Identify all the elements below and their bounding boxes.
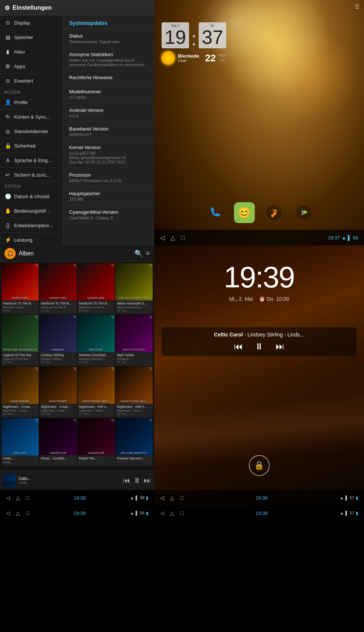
player-controls: ⏮ ⏸ ⏭ bbox=[123, 476, 151, 485]
detail-status-sub: Telefonnummer, Signal usw. bbox=[69, 39, 148, 44]
dock-phone[interactable] bbox=[204, 202, 225, 223]
music-menu-icon[interactable]: ≡ bbox=[146, 249, 150, 257]
time-right: 37 bbox=[202, 26, 223, 48]
bl-back-btn[interactable]: ◁ bbox=[6, 510, 10, 516]
album-massive[interactable]: MASSIVE Massive (Hardstyl... Massive (Ha… bbox=[78, 315, 115, 366]
lock-pause-btn[interactable]: ⏸ bbox=[255, 341, 264, 352]
weather-widget: Mai 2 19 : Mi. 37 Bleckede Clear 22 H:21… bbox=[162, 22, 227, 65]
nav-item-display[interactable]: ⊙ Display bbox=[0, 16, 63, 30]
album-mylo[interactable]: MYLO XYLOTO Mylo Xyloto Coldplay 17 Tite… bbox=[116, 315, 153, 366]
lock-back-btn[interactable]: ◁ bbox=[160, 495, 164, 501]
album-dark1[interactable]: UNGEFLOR Pisse... Azorbla... bbox=[39, 418, 77, 466]
album-art-nightmare4: NIGHTMARE HELL bbox=[116, 367, 153, 404]
album-dark2[interactable]: UNGEFLOR Raisin' Ra... bbox=[78, 418, 115, 466]
nav-item-konten[interactable]: ↻ Konten & Sync... bbox=[0, 110, 63, 124]
home-status-time: 19:37 bbox=[328, 235, 340, 241]
nav-item-leistung[interactable]: ⚡ Leistung bbox=[0, 233, 63, 245]
home-recent-btn[interactable]: □ bbox=[181, 234, 185, 241]
dock-messenger[interactable]: 😊 bbox=[234, 202, 255, 223]
pause-button[interactable]: ⏸ bbox=[133, 476, 141, 485]
next-button[interactable]: ⏭ bbox=[144, 476, 151, 485]
music-back-btn[interactable]: ◁ bbox=[6, 495, 10, 501]
album-hardcore3[interactable]: HARDCORE Hardcore To The B... Hardcore T… bbox=[78, 263, 115, 314]
album-artist-nm3: Nightmare - Hell A... bbox=[79, 409, 113, 412]
lock-unlock-button[interactable]: 🔒 bbox=[249, 455, 270, 476]
album-second[interactable]: SECOND IDENTITY Present Second I... bbox=[116, 418, 153, 466]
album-info-hardcore3: Hardcore To The B... Hardcore To The B..… bbox=[78, 300, 115, 314]
home-screen: ⠿ Mai 2 19 : Mi. 37 Bleckede Clear 22 H:… bbox=[154, 0, 364, 245]
time-left: 19 bbox=[165, 26, 186, 48]
album-lindsay[interactable]: LINDSEY Lindsay Stirling Lindsey Stirlin… bbox=[39, 315, 77, 366]
music-recent-btn[interactable]: □ bbox=[26, 495, 29, 501]
nav-item-speicher[interactable]: ▤ Speicher bbox=[0, 30, 63, 45]
music-album-grid: HARDCORE Hardcore To The B... Meccano Tw… bbox=[0, 262, 154, 471]
nav-item-entwickler[interactable]: {} Entwickleroption... bbox=[0, 218, 63, 233]
home-nav-buttons: ◁ △ □ bbox=[160, 234, 185, 241]
album-nightmare4[interactable]: NIGHTMARE HELL Nightmare - Hell A... Nig… bbox=[116, 367, 153, 417]
album-owlcity[interactable]: OWL CITY Celtic... Linds... bbox=[1, 418, 39, 466]
detail-item-speicher: Hauptspeicher 370 MB bbox=[63, 187, 154, 206]
album-info-hardcore2: Hardcore To The B... Hardcore To The B..… bbox=[39, 300, 77, 314]
weather-time-row: Mai 2 19 : Mi. 37 bbox=[162, 22, 227, 48]
album-info-nm3: Nightmare - Hell A... Nightmare - Hell A… bbox=[78, 404, 115, 417]
album-count-hc3: 16 Titel bbox=[79, 309, 113, 312]
settings-nav: ⊙ Display ▤ Speicher ▮ Akku ⊞ Apps ⊙ Erw… bbox=[0, 16, 63, 245]
br-recent-btn[interactable]: □ bbox=[180, 510, 183, 516]
lock-status-icons: ▲ ▌ 57 ▮ bbox=[340, 496, 358, 500]
detail-cyanogen-sub: CyanTablet 9 - Galaxy S bbox=[69, 216, 148, 220]
lock-prev-btn[interactable]: ⏮ bbox=[234, 341, 243, 352]
leistung-icon: ⚡ bbox=[4, 236, 11, 243]
home-home-btn[interactable]: △ bbox=[170, 234, 175, 241]
br-home-btn[interactable]: △ bbox=[170, 510, 174, 516]
detail-item-status[interactable]: Status Telefonnummer, Signal usw. bbox=[63, 29, 154, 48]
weather-city: Bleckede bbox=[178, 53, 199, 59]
nav-item-bedienung[interactable]: ✋ Bedienungshilf... bbox=[0, 204, 63, 218]
album-nightmare3[interactable]: NIGHTMARE HELL Nightmare - Hell A... Nig… bbox=[78, 367, 115, 417]
album-hardcore1[interactable]: HARDCORE Hardcore To The B... Meccano Tw… bbox=[1, 263, 39, 314]
music-nav-buttons: ◁ △ □ bbox=[6, 495, 29, 501]
dock-play-store[interactable] bbox=[293, 202, 314, 223]
nav-item-datum[interactable]: 🕐 Datum & Uhrzeit bbox=[0, 189, 63, 204]
nav-item-sprache[interactable]: A Sprache & Eing... bbox=[0, 153, 63, 168]
now-playing-artist: Linds... bbox=[19, 481, 121, 484]
apps-grid-icon[interactable]: ⠿ bbox=[355, 3, 360, 11]
album-nightmare1[interactable]: NIGHTMARE Nightmare - Creat... Nightmare… bbox=[1, 367, 39, 417]
nav-item-akku[interactable]: ▮ Akku bbox=[0, 45, 63, 59]
detail-model-title: Modellnummer bbox=[69, 89, 148, 94]
detail-item-anon[interactable]: Anonyme Statistiken Helfen Sie mit, Cyan… bbox=[63, 48, 154, 71]
lock-recent-btn[interactable]: □ bbox=[180, 495, 183, 501]
detail-item-legal[interactable]: Rechtliche Hinweise bbox=[63, 71, 154, 85]
br-back-btn[interactable]: ◁ bbox=[160, 510, 164, 516]
album-infected[interactable]: INFECTED MUSHROOM Legend Of The Bla... L… bbox=[1, 315, 39, 366]
album-italian[interactable]: ITALIAN HARDSTYLE Italian Hardstyle S...… bbox=[116, 263, 153, 314]
weather-sun-icon bbox=[162, 51, 175, 65]
bl-home-btn[interactable]: △ bbox=[16, 510, 20, 516]
album-hardcore2[interactable]: HARDCORE Hardcore To The B... Hardcore T… bbox=[39, 263, 77, 314]
nav-item-profile[interactable]: 👤 Profile bbox=[0, 95, 63, 110]
lock-next-btn[interactable]: ⏭ bbox=[276, 341, 285, 352]
nav-label-bedienung: Bedienungshilf... bbox=[14, 208, 50, 214]
lock-player-controls: ⏮ ⏸ ⏭ bbox=[168, 341, 351, 352]
dock-music[interactable] bbox=[264, 202, 285, 223]
album-info-owl: Celtic... Linds... bbox=[1, 455, 39, 466]
lock-home-btn[interactable]: △ bbox=[170, 495, 174, 501]
album-count-mas: 16 Titel bbox=[79, 361, 113, 364]
home-wifi-icon: ▲ bbox=[341, 235, 346, 241]
nav-item-apps[interactable]: ⊞ Apps bbox=[0, 59, 63, 74]
home-back-btn[interactable]: ◁ bbox=[160, 234, 165, 241]
nav-item-standort[interactable]: ◎ Standortdienste bbox=[0, 124, 63, 139]
album-name-nm3: Nightmare - Hell A... bbox=[79, 405, 113, 409]
nav-item-erweitert[interactable]: ⊙ Erweitert bbox=[0, 74, 63, 88]
music-search-icon[interactable]: 🔍 bbox=[134, 249, 143, 258]
album-artist-hc3: Hardcore To The B... bbox=[79, 306, 113, 309]
album-art-mylo: MYLO XYLOTO bbox=[116, 315, 153, 352]
nav-item-sichern[interactable]: ↩ Sichern & zurü... bbox=[0, 168, 63, 182]
album-nightmare2[interactable]: NIGHTMARE Nightmare - Creat... Nightmare… bbox=[39, 367, 77, 417]
bl-recent-btn[interactable]: □ bbox=[26, 510, 29, 516]
nav-label-erweitert: Erweitert bbox=[14, 78, 33, 84]
nav-item-sicherheit[interactable]: 🔒 Sicherheit bbox=[0, 139, 63, 153]
settings-title-icon: ⚙ bbox=[4, 4, 10, 12]
album-art-nightmare1: NIGHTMARE bbox=[1, 367, 39, 404]
prev-button[interactable]: ⏮ bbox=[123, 476, 130, 485]
music-home-btn[interactable]: △ bbox=[16, 495, 20, 501]
